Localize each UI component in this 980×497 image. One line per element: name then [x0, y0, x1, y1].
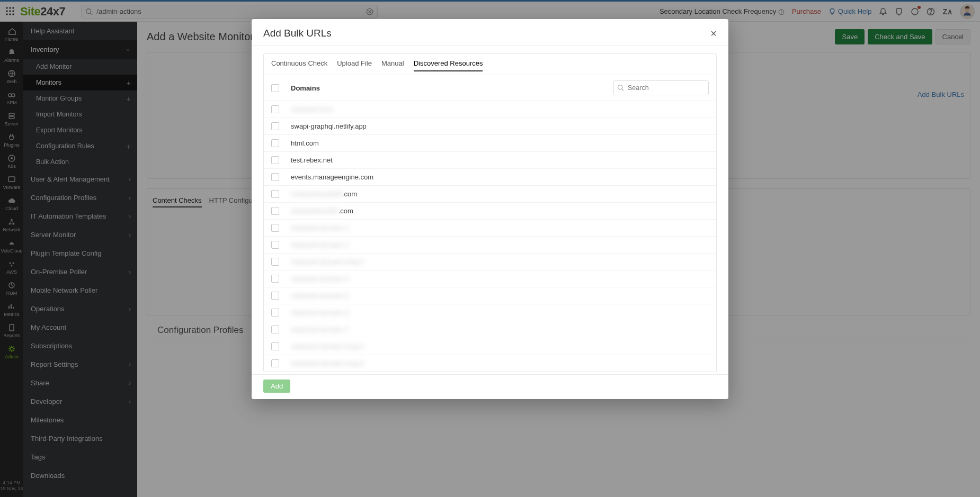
modal-body: Continuous CheckUpload FileManualDiscove…: [252, 46, 728, 374]
domain-checkbox[interactable]: [271, 342, 279, 350]
domain-row[interactable]: redacted-domain-7: [264, 321, 716, 338]
domains-header: Domains: [264, 75, 716, 101]
svg-line-43: [622, 89, 623, 91]
domain-checkbox[interactable]: [271, 359, 279, 367]
domain-row[interactable]: redacted-domain-long-9: [264, 355, 716, 372]
modal-tab-manual[interactable]: Manual: [381, 58, 404, 71]
domain-row[interactable]: html.com: [264, 134, 716, 151]
domain-checkbox[interactable]: [271, 122, 279, 130]
domain-checkbox[interactable]: [271, 224, 279, 232]
modal-tab-discovered-resources[interactable]: Discovered Resources: [414, 58, 483, 71]
modal-header: Add Bulk URLs ×: [252, 19, 728, 46]
modal-tab-upload-file[interactable]: Upload File: [337, 58, 372, 71]
domain-checkbox[interactable]: [271, 139, 279, 147]
domain-row[interactable]: test.rebex.net: [264, 151, 716, 168]
domain-row[interactable]: redactedhost999.com: [264, 185, 716, 202]
domain-row[interactable]: redacted-domain-long-8: [264, 338, 716, 355]
domain-checkbox[interactable]: [271, 105, 279, 113]
search-icon: [617, 84, 624, 91]
modal-tabs: Continuous CheckUpload FileManualDiscove…: [264, 57, 716, 75]
domain-search-input[interactable]: [613, 80, 709, 95]
domain-row[interactable]: redacted-domain-6: [264, 304, 716, 321]
modal-tab-continuous-check[interactable]: Continuous Check: [271, 58, 327, 71]
domain-name: html.com: [291, 139, 319, 147]
domain-name: redacted-domain-long-8: [291, 342, 364, 350]
domain-row[interactable]: events.manageengine.com: [264, 168, 716, 185]
domain-row[interactable]: redacted-domain-4: [264, 270, 716, 287]
domain-name: redacted-domain-7: [291, 326, 349, 333]
domain-name: redacted-domain-6: [291, 309, 349, 317]
modal-footer: Add: [252, 374, 728, 399]
domain-name: redactedhost88.com: [291, 207, 353, 215]
domain-search: [613, 80, 709, 95]
domain-row[interactable]: redacted-domain-5: [264, 287, 716, 304]
svg-point-42: [618, 85, 622, 89]
domain-checkbox[interactable]: [271, 190, 279, 198]
domain-checkbox[interactable]: [271, 173, 279, 181]
domain-name: redacted-domain-long-9: [291, 359, 364, 367]
domain-row[interactable]: redacted-domain-2: [264, 236, 716, 253]
domain-row[interactable]: redacted-domain-1: [264, 219, 716, 236]
domain-checkbox[interactable]: [271, 326, 279, 333]
domain-name: redacted-host: [291, 105, 333, 113]
domain-checkbox[interactable]: [271, 241, 279, 249]
add-bulk-urls-modal: Add Bulk URLs × Continuous CheckUpload F…: [252, 19, 728, 399]
domain-row[interactable]: redacted-host: [264, 101, 716, 118]
domain-name: test.rebex.net: [291, 156, 333, 164]
domain-row[interactable]: swapi-graphql.netlify.app: [264, 118, 716, 134]
domains-column-label: Domains: [291, 84, 320, 92]
close-icon[interactable]: ×: [710, 28, 717, 39]
domain-checkbox[interactable]: [271, 207, 279, 215]
domain-name: redactedhost999.com: [291, 190, 357, 198]
domain-name: swapi-graphql.netlify.app: [291, 122, 367, 130]
domain-checkbox[interactable]: [271, 258, 279, 266]
modal-title: Add Bulk URLs: [263, 28, 332, 39]
domain-name: redacted-domain-1: [291, 224, 349, 232]
domain-name: events.manageengine.com: [291, 173, 373, 181]
modal-overlay[interactable]: Add Bulk URLs × Continuous CheckUpload F…: [0, 0, 980, 497]
domain-row[interactable]: redacted-domain-long-3: [264, 253, 716, 270]
domain-checkbox[interactable]: [271, 156, 279, 164]
add-button[interactable]: Add: [263, 379, 290, 393]
domain-row[interactable]: redactedhost88.com: [264, 202, 716, 219]
domain-name: redacted-domain-4: [291, 275, 349, 283]
domain-list: redacted-hostswapi-graphql.netlify.appht…: [264, 101, 716, 372]
domain-name: redacted-domain-2: [291, 241, 349, 249]
domain-name: redacted-domain-long-3: [291, 258, 364, 266]
select-all-checkbox[interactable]: [271, 84, 279, 92]
modal-inner-panel: Continuous CheckUpload FileManualDiscove…: [263, 53, 717, 372]
domain-checkbox[interactable]: [271, 309, 279, 317]
domain-name: redacted-domain-5: [291, 292, 349, 300]
domain-checkbox[interactable]: [271, 275, 279, 283]
domain-checkbox[interactable]: [271, 292, 279, 300]
